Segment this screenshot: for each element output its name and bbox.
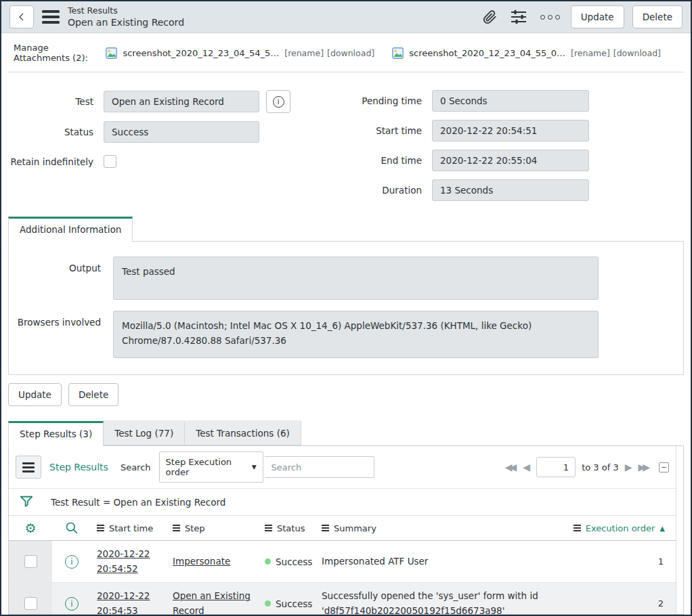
attachment-rename-link[interactable]: [rename] bbox=[571, 48, 610, 58]
paperclip-icon bbox=[483, 10, 497, 24]
record-title: Open an Existing Record bbox=[68, 16, 184, 28]
delete-button[interactable]: Delete bbox=[632, 5, 683, 28]
pending-time-field[interactable]: 0 Seconds bbox=[432, 90, 589, 112]
personalize-list-gear-icon[interactable]: ⚙ bbox=[9, 521, 52, 535]
status-text: Success bbox=[276, 598, 312, 609]
list-search-input[interactable] bbox=[265, 456, 374, 478]
status-success-dot bbox=[265, 600, 271, 607]
attachment-item: screenshot_2020_12_23_04_54_5… [rename] … bbox=[106, 47, 374, 59]
back-button[interactable] bbox=[9, 5, 34, 28]
summary-text: Successfully opened the 'sys_user' form … bbox=[316, 583, 613, 615]
retain-indefinitely-checkbox[interactable] bbox=[104, 155, 116, 168]
more-options-icon bbox=[548, 15, 553, 20]
start-time-label: Start time bbox=[346, 125, 422, 136]
attachment-filename-link[interactable]: screenshot_2020_12_23_04_54_5… bbox=[123, 48, 279, 58]
test-field-label: Test bbox=[1, 96, 93, 107]
output-field[interactable]: Test passed bbox=[113, 257, 599, 300]
status-text: Success bbox=[276, 556, 312, 567]
list-search-icon[interactable] bbox=[52, 521, 91, 535]
column-header-execution-order[interactable]: Execution order ▲ bbox=[568, 523, 676, 533]
attachment-rename-link[interactable]: [rename] bbox=[284, 48, 324, 58]
row-info-icon[interactable]: i bbox=[65, 597, 79, 611]
tab-additional-information[interactable]: Additional Information bbox=[8, 217, 133, 242]
tab-test-transactions[interactable]: Test Transactions (6) bbox=[184, 420, 301, 445]
column-menu-icon bbox=[173, 525, 180, 532]
pending-time-label: Pending time bbox=[346, 95, 422, 106]
status-field-label: Status bbox=[1, 127, 93, 137]
table-row: i 2020-12-22 20:54:53 Open an Existing R… bbox=[9, 583, 676, 615]
search-label: Search bbox=[121, 462, 151, 472]
status-success-dot bbox=[265, 558, 271, 565]
retain-field-label: Retain indefinitely bbox=[1, 156, 93, 167]
chevron-down-icon: ▼ bbox=[252, 464, 257, 470]
previous-page-button[interactable]: ◀ bbox=[523, 462, 530, 472]
filter-breadcrumb[interactable]: Test Result = Open an Existing Record bbox=[51, 497, 225, 508]
column-menu-icon bbox=[322, 525, 329, 532]
list-toolbar: Step Results Search Step Execution order… bbox=[9, 446, 676, 489]
more-options-icon bbox=[555, 15, 560, 20]
sort-ascending-icon: ▲ bbox=[659, 525, 665, 532]
table-row: i 2020-12-22 20:54:52 Impersonate Succes… bbox=[9, 541, 676, 583]
next-page-button[interactable]: ▶ bbox=[625, 462, 632, 472]
output-label: Output bbox=[9, 263, 101, 273]
summary-text: Impersonated ATF User bbox=[316, 548, 613, 575]
end-time-field[interactable]: 2020-12-22 20:55:04 bbox=[432, 150, 589, 171]
more-options-button[interactable] bbox=[538, 12, 563, 22]
collapse-list-button[interactable]: − bbox=[659, 462, 669, 472]
browsers-involved-label: Browsers involved bbox=[9, 317, 101, 328]
test-field[interactable]: Open an Existing Record bbox=[104, 91, 259, 112]
attachment-filename-link[interactable]: screenshot_2020_12_23_04_55_0… bbox=[409, 48, 565, 58]
tab-test-log[interactable]: Test Log (77) bbox=[103, 420, 185, 445]
attachments-bar: Manage Attachments (2): screenshot_2020_… bbox=[8, 33, 684, 72]
vertical-scrollbar[interactable] bbox=[676, 446, 683, 614]
column-header-step[interactable]: Step bbox=[167, 523, 259, 533]
column-header-summary[interactable]: Summary bbox=[316, 523, 568, 533]
column-menu-icon bbox=[265, 525, 272, 532]
record-form: Test Open an Existing Record i Status Su… bbox=[1, 72, 691, 213]
step-link[interactable]: Open an Existing Record bbox=[173, 590, 251, 615]
image-file-icon bbox=[106, 47, 117, 59]
attachment-download-link[interactable]: [download] bbox=[613, 48, 661, 58]
start-time-link[interactable]: 2020-12-22 20:54:53 bbox=[97, 590, 150, 615]
step-link[interactable]: Impersonate bbox=[173, 556, 230, 567]
row-info-icon[interactable]: i bbox=[65, 555, 79, 569]
attachments-button[interactable] bbox=[480, 7, 500, 27]
column-header-status[interactable]: Status bbox=[259, 523, 316, 533]
delete-button-bottom[interactable]: Delete bbox=[68, 383, 118, 406]
update-button[interactable]: Update bbox=[571, 5, 624, 28]
column-menu-icon bbox=[574, 525, 581, 532]
form-action-buttons: Update Delete bbox=[8, 383, 684, 406]
chevron-left-icon bbox=[17, 12, 26, 22]
execution-order-value: 1 bbox=[613, 556, 676, 567]
more-options-icon bbox=[540, 15, 545, 20]
attachment-download-link[interactable]: [download] bbox=[327, 48, 374, 58]
personalize-form-button[interactable] bbox=[508, 7, 529, 27]
status-field[interactable]: Success bbox=[104, 121, 259, 143]
browsers-involved-field[interactable]: Mozilla/5.0 (Macintosh; Intel Mac OS X 1… bbox=[113, 311, 599, 358]
start-time-field[interactable]: 2020-12-22 20:54:51 bbox=[432, 120, 589, 141]
duration-field[interactable]: 13 Seconds bbox=[432, 179, 589, 201]
current-page-input[interactable] bbox=[536, 457, 576, 477]
first-page-button[interactable]: ◀◀ bbox=[505, 462, 517, 472]
update-button-bottom[interactable]: Update bbox=[8, 383, 62, 406]
column-header-start-time[interactable]: Start time bbox=[91, 523, 167, 533]
start-time-link[interactable]: 2020-12-22 20:54:52 bbox=[97, 548, 150, 574]
test-reference-info-button[interactable]: i bbox=[266, 90, 290, 113]
info-icon: i bbox=[273, 96, 284, 108]
record-titles: Test Results Open an Existing Record bbox=[68, 5, 184, 28]
last-page-button[interactable]: ▶▶ bbox=[638, 462, 650, 472]
form-context-menu-icon[interactable] bbox=[42, 10, 60, 24]
row-select-checkbox[interactable] bbox=[24, 555, 37, 568]
list-title-link[interactable]: Step Results bbox=[49, 462, 108, 472]
end-time-label: End time bbox=[346, 155, 422, 166]
search-field-selected-option: Step Execution order bbox=[166, 457, 245, 477]
list-column-header: ⚙ Start time Step Status bbox=[9, 516, 676, 541]
execution-order-value: 2 bbox=[613, 598, 676, 609]
filter-funnel-icon[interactable] bbox=[20, 495, 33, 509]
test-result-page: Test Results Open an Existing Record Upd… bbox=[0, 0, 692, 616]
tab-step-results[interactable]: Step Results (3) bbox=[8, 421, 104, 446]
search-field-select[interactable]: Step Execution order ▼ bbox=[159, 452, 263, 483]
list-context-menu-button[interactable] bbox=[16, 456, 41, 479]
image-file-icon bbox=[392, 47, 404, 59]
row-select-checkbox[interactable] bbox=[24, 597, 37, 610]
